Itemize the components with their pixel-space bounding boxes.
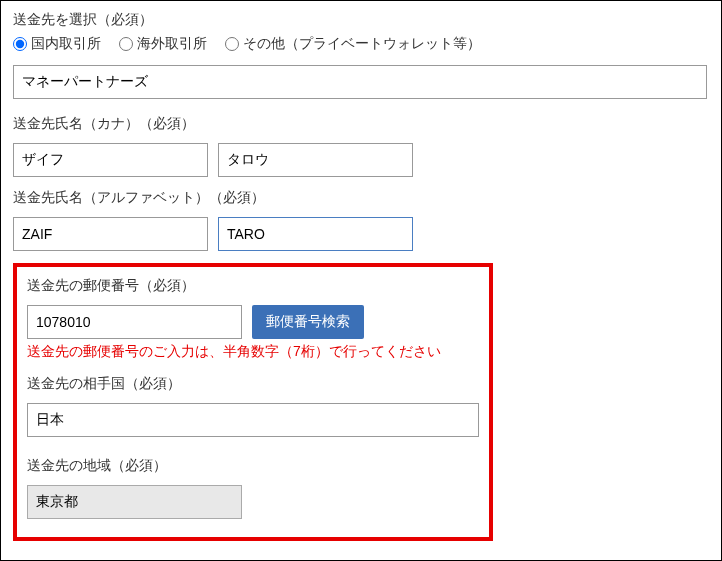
postal-search-button[interactable]: 郵便番号検索 — [252, 305, 364, 339]
name-kana-first-input[interactable] — [218, 143, 413, 177]
exchange-name-input[interactable] — [13, 65, 707, 99]
name-alpha-section: 送金先氏名（アルファベット）（必須） — [13, 189, 709, 251]
radio-overseas-label: 海外取引所 — [137, 35, 207, 53]
postal-error-text: 送金先の郵便番号のご入力は、半角数字（7桁）で行ってください — [27, 343, 479, 361]
destination-radio-row: 国内取引所 海外取引所 その他（プライベートウォレット等） — [13, 35, 709, 53]
name-kana-section: 送金先氏名（カナ）（必須） — [13, 115, 709, 177]
radio-overseas-input[interactable] — [119, 37, 133, 51]
radio-other-input[interactable] — [225, 37, 239, 51]
name-kana-row — [13, 143, 709, 177]
name-kana-label: 送金先氏名（カナ）（必須） — [13, 115, 709, 133]
name-alpha-row — [13, 217, 709, 251]
country-section: 送金先の相手国（必須） — [27, 375, 479, 451]
radio-overseas[interactable]: 海外取引所 — [119, 35, 207, 53]
postal-row: 郵便番号検索 — [27, 305, 479, 339]
destination-section: 送金先を選択（必須） 国内取引所 海外取引所 その他（プライベートウォレット等） — [13, 11, 709, 99]
radio-other-label: その他（プライベートウォレット等） — [243, 35, 481, 53]
destination-label: 送金先を選択（必須） — [13, 11, 709, 29]
name-alpha-last-input[interactable] — [13, 217, 208, 251]
postal-input[interactable] — [27, 305, 242, 339]
region-section: 送金先の地域（必須） — [27, 457, 479, 519]
postal-label: 送金先の郵便番号（必須） — [27, 277, 479, 295]
country-label: 送金先の相手国（必須） — [27, 375, 479, 393]
radio-domestic-input[interactable] — [13, 37, 27, 51]
country-input[interactable] — [27, 403, 479, 437]
form-container: 送金先を選択（必須） 国内取引所 海外取引所 その他（プライベートウォレット等）… — [0, 0, 722, 561]
region-label: 送金先の地域（必須） — [27, 457, 479, 475]
name-alpha-label: 送金先氏名（アルファベット）（必須） — [13, 189, 709, 207]
radio-domestic-label: 国内取引所 — [31, 35, 101, 53]
name-alpha-first-input[interactable] — [218, 217, 413, 251]
radio-other[interactable]: その他（プライベートウォレット等） — [225, 35, 481, 53]
postal-section: 送金先の郵便番号（必須） 郵便番号検索 送金先の郵便番号のご入力は、半角数字（7… — [27, 277, 479, 361]
name-kana-last-input[interactable] — [13, 143, 208, 177]
region-input[interactable] — [27, 485, 242, 519]
radio-domestic[interactable]: 国内取引所 — [13, 35, 101, 53]
highlighted-section: 送金先の郵便番号（必須） 郵便番号検索 送金先の郵便番号のご入力は、半角数字（7… — [13, 263, 493, 541]
